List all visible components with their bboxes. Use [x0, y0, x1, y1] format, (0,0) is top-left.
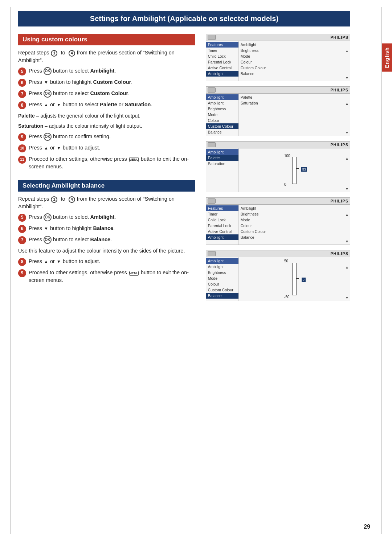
- menu-right-ambilight: Ambilight: [239, 42, 350, 48]
- step-7: 7 Press OK button to select Custom Colou…: [18, 90, 195, 98]
- menu2-right-saturation: Saturation: [239, 100, 350, 106]
- scroll-up-5: ▲: [345, 265, 349, 269]
- menu4-right-colour: Colour: [239, 223, 350, 229]
- tv-screen-1-body: Features Timer Child Lock Parental Lock …: [206, 41, 350, 81]
- tv-menu-4-left: Features Timer Child Lock Parental Lock …: [206, 205, 239, 245]
- menu4-right-customcolour: Custom Colour: [239, 229, 350, 234]
- step-num-1: 1: [51, 50, 57, 57]
- tv-menu-2-right: Palette Saturation: [239, 94, 350, 136]
- right-column: PHILIPS Features Timer Child Lock Parent…: [206, 34, 350, 302]
- slider5-neg-label: -50: [284, 295, 289, 299]
- step-11: 11 Proceed to other settings, otherwise …: [18, 155, 195, 171]
- menu2-mode: Mode: [206, 112, 238, 118]
- step-num-9: 9: [18, 133, 26, 141]
- step-num-11: 11: [18, 156, 26, 164]
- tv-menu-1-right: Ambilight Brightness Mode Colour Custom …: [239, 41, 350, 81]
- menu2-brightness: Brightness: [206, 106, 238, 112]
- s2-step-num-5: 5: [18, 214, 26, 222]
- tv-icon-1: [208, 35, 216, 40]
- ok-button-7: OK: [44, 90, 52, 98]
- tv-screen-2-top: PHILIPS: [206, 87, 350, 94]
- menu2-colour: Colour: [206, 118, 238, 123]
- philips-4: PHILIPS: [330, 199, 348, 203]
- scroll-up-1: ▲: [345, 49, 349, 53]
- menu5-mode: Mode: [206, 275, 238, 281]
- tv-menu-4-right: Ambilight Brightness Mode Colour Custom …: [239, 205, 350, 245]
- menu3-palette: Palette: [206, 155, 238, 161]
- tv-screen-3-top: PHILIPS: [206, 142, 350, 148]
- tv-screen-2-body: Ambilight Ambilight Brightness Mode Colo…: [206, 94, 350, 136]
- menu-button-11: MENU: [129, 157, 139, 162]
- menu2-right-palette: Palette: [239, 94, 350, 100]
- menu-right-colour: Colour: [239, 59, 350, 65]
- step-7-text: Press OK button to select Custom Colour.: [29, 90, 130, 98]
- menu4-right-mode: Mode: [239, 217, 350, 223]
- slider5-tick: [296, 278, 299, 279]
- scroll-down-1: ▼: [345, 76, 349, 80]
- s2-step-8-text: Press ▲ or ▼ button to adjust.: [29, 258, 100, 265]
- tv-slider-5-right: 50 0 -50: [239, 257, 350, 301]
- menu4-childlock: Child Lock: [206, 217, 238, 223]
- menu4-features: Features: [206, 205, 238, 211]
- tv-screen-4-top: PHILIPS: [206, 198, 350, 205]
- tv-screen-5-top: PHILIPS: [206, 250, 350, 257]
- ok-button-s2-5: OK: [44, 213, 52, 221]
- tv-screen-4: PHILIPS Features Timer Child Lock Parent…: [206, 197, 350, 245]
- ok-button-9: OK: [44, 133, 52, 141]
- tv-icon-2: [208, 87, 216, 93]
- menu5-balance: Balance: [206, 293, 238, 299]
- menu-right-mode: Mode: [239, 53, 350, 59]
- tv-menu-3-left: Ambilight Palette Saturation: [206, 148, 239, 192]
- slider3-value: 53: [301, 167, 307, 172]
- step-10: 10 Press ▲ or ▼ button to adjust.: [18, 144, 195, 152]
- menu3-saturation: Saturation: [206, 161, 238, 167]
- tv-screen-2: PHILIPS Ambilight Ambilight Brightness M…: [206, 86, 350, 136]
- section2-header: Selecting Ambilight balance: [18, 180, 195, 192]
- step-num-s2-1: 1: [51, 196, 57, 203]
- section1-intro: Repeat steps 1 to 4 from the previous se…: [18, 49, 195, 64]
- philips-5: PHILIPS: [330, 251, 348, 256]
- page-number: 29: [364, 524, 370, 530]
- menu4-timer: Timer: [206, 211, 238, 217]
- menu5-ambilight: Ambilight: [206, 264, 238, 270]
- menu5-colour: Colour: [206, 281, 238, 287]
- step-9: 9 Press OK button to confirm setting.: [18, 133, 195, 141]
- menu4-parentallock: Parental Lock: [206, 223, 238, 229]
- s2-use-text: Use this feature to adjust the colour in…: [18, 247, 195, 255]
- s2-step-5: 5 Press OK button to select Ambilight.: [18, 213, 195, 222]
- ok-button-5: OK: [44, 67, 52, 75]
- step-8: 8 Press ▲ or ▼ button to select Palette …: [18, 101, 195, 109]
- menu4-ambilight: Ambilight: [206, 234, 238, 240]
- menu5-customcolour: Custom Colour: [206, 287, 238, 293]
- tv-screen-1-top: PHILIPS: [206, 34, 350, 41]
- philips-2: PHILIPS: [330, 88, 348, 92]
- tv-menu-1-left: Features Timer Child Lock Parental Lock …: [206, 41, 239, 81]
- step-6-text: Press ▼ button to highlight Custom Colou…: [29, 78, 132, 86]
- s2-step-6: 6 Press ▼ button to highlight Balance.: [18, 225, 195, 233]
- s2-step-num-7: 7: [18, 236, 26, 244]
- scroll-up-3: ▲: [345, 156, 349, 160]
- menu4-right-brightness: Brightness: [239, 211, 350, 217]
- menu-item-childlock: Child Lock: [206, 53, 238, 59]
- s2-step-6-text: Press ▼ button to highlight Balance.: [29, 225, 115, 232]
- s2-step-8: 8 Press ▲ or ▼ button to adjust.: [18, 258, 195, 266]
- language-tab: English: [382, 44, 392, 72]
- menu2-ambilight: Ambilight: [206, 94, 238, 100]
- step-num-6: 6: [18, 79, 26, 87]
- menu-item-ambilight: Ambilight: [206, 71, 238, 77]
- scroll-up-4: ▲: [345, 213, 349, 217]
- slider5-track: 0: [292, 263, 297, 295]
- s2-step-9: 9 Proceed to other settings, otherwise p…: [18, 269, 195, 284]
- slider5-top-label: 50: [284, 259, 288, 263]
- philips-1: PHILIPS: [330, 35, 348, 40]
- step-num-7: 7: [18, 90, 26, 98]
- scroll-down-5: ▼: [345, 296, 349, 300]
- menu-item-activecontrol: Active Control: [206, 65, 238, 71]
- s2-step-7: 7 Press OK button to select Balance.: [18, 236, 195, 244]
- menu2-ambilight-item: Ambilight: [206, 100, 238, 106]
- step-8-text: Press ▲ or ▼ button to select Palette or…: [29, 101, 152, 108]
- left-column: Using custom colours Repeat steps 1 to 4…: [18, 34, 195, 287]
- scroll-down-4: ▼: [345, 239, 349, 243]
- menu2-balance: Balance: [206, 129, 238, 135]
- menu4-right-balance: Balance: [239, 234, 350, 240]
